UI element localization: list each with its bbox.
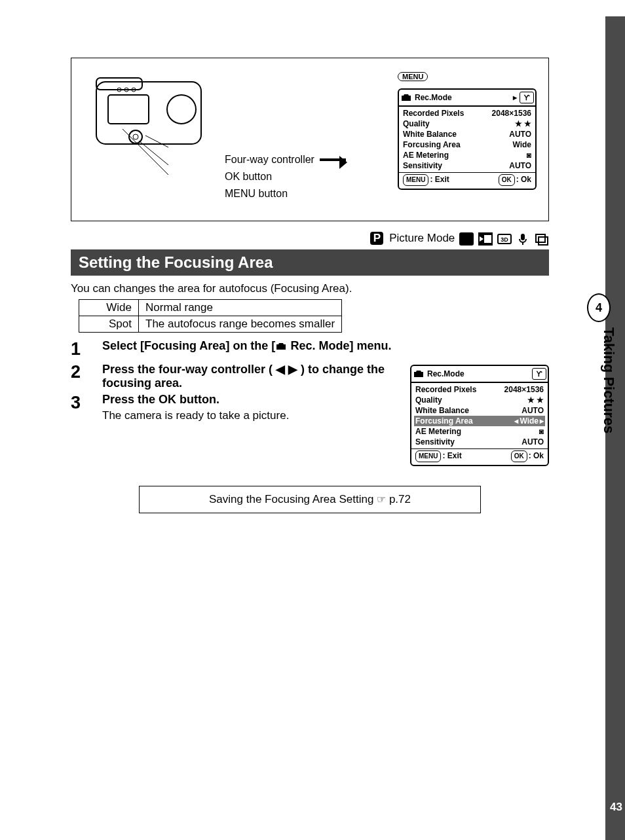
svg-rect-3 [108, 95, 149, 124]
frame-icon [535, 232, 549, 246]
lcd-row-label: AE Metering [403, 150, 449, 160]
menu-pill-icon: MENU [403, 174, 428, 186]
svg-point-8 [133, 134, 138, 139]
step-number: 3 [71, 393, 102, 413]
table-value: Normal range [139, 299, 342, 316]
lcd-row-label: Forcusing Area [415, 416, 473, 426]
lcd-foot-ok: : Ok [516, 175, 531, 184]
lcd-row-value: AUTO [521, 405, 544, 416]
lcd-row-value: Wide [512, 139, 531, 150]
camera-illustration [83, 70, 214, 175]
lcd-row-label: White Balance [415, 405, 469, 416]
lcd-row-value: AUTO [521, 437, 544, 447]
lcd-row-label: White Balance [403, 129, 457, 139]
cross-reference-box: Saving the Focusing Area Setting ☞ p.72 [139, 486, 481, 513]
ref-text: Saving the Focusing Area Setting [209, 493, 377, 505]
lcd-row-label: Quality [403, 119, 430, 129]
picture-mode-line: P Picture Mode 3D [71, 232, 549, 246]
lcd-row-value: Wide [520, 416, 539, 426]
svg-line-10 [145, 136, 168, 147]
svg-rect-14 [484, 235, 491, 243]
page-number: 43 [610, 801, 622, 814]
svg-rect-18 [521, 234, 525, 240]
step-subtext: The camera is ready to take a picture. [102, 409, 401, 422]
lcd-foot-exit: : Exit [430, 175, 449, 184]
section-heading: Setting the Focusing Area [71, 249, 549, 276]
lcd-row-value: ◙ [539, 426, 544, 437]
lcd-preview-top: Rec.Mode ▸Ƴ Recorded Pixels2048×1536 Qua… [398, 88, 537, 190]
picture-mode-label: Picture Mode [389, 232, 455, 244]
step-text: Press the OK button. [102, 393, 401, 407]
svg-rect-20 [539, 237, 548, 245]
lcd-row-label: AE Metering [415, 426, 461, 437]
ok-pill-icon: OK [511, 450, 527, 462]
svg-point-2 [167, 95, 196, 124]
lcd-row-label: Recorded Pixels [415, 384, 476, 395]
night-scene-icon [459, 232, 474, 246]
camera-icon [413, 369, 425, 378]
lcd-playtab-icon: Ƴ [532, 368, 546, 380]
lcd-row-label: Forcusing Area [403, 139, 461, 150]
menu-pill-icon: MENU [415, 450, 441, 462]
step-number: 2 [71, 362, 102, 382]
pointer-icon: ☞ [377, 493, 386, 505]
lcd-row-label: Recorded Pixels [403, 108, 464, 119]
lcd-preview-selected: Rec.Mode Ƴ Recorded Pixels2048×1536 Qual… [410, 365, 549, 466]
section-tab-label: Taking Pictures [600, 327, 617, 433]
intro-text: You can changes the area for autofocus (… [71, 282, 549, 295]
camera-icon [275, 342, 287, 351]
step-number: 1 [71, 339, 102, 359]
ok-pill-icon: OK [499, 174, 515, 186]
lcd-playtab-icon: Ƴ [520, 92, 534, 103]
definition-table: WideNormal range SpotThe autofocus range… [79, 299, 342, 333]
step-text: Rec. Mode] menu. [290, 339, 391, 352]
voice-icon [516, 232, 530, 246]
lcd-row-label: Sensitivity [403, 160, 442, 171]
lcd-row-value: AUTO [509, 160, 531, 171]
camera-diagram-box: Four-way controller OK button MENU butto… [71, 58, 549, 221]
lcd-row-value: ★ ★ [515, 119, 531, 129]
section-number-badge: 4 [587, 293, 611, 322]
lcd-row-value: ◙ [527, 150, 531, 160]
okbutton-label: OK button [225, 171, 387, 183]
fourway-label: Four-way controller [225, 154, 314, 166]
p-mode-icon: P [370, 232, 383, 245]
lcd-foot-ok: : Ok [529, 451, 544, 460]
step-text: Press the four-way controller ( ◀ ▶ ) to… [102, 363, 385, 390]
table-key: Spot [79, 316, 139, 332]
3d-icon: 3D [497, 232, 512, 246]
ref-page: p.72 [389, 493, 411, 505]
menubutton-label: MENU button [225, 188, 387, 200]
lcd-row-value: 2048×1536 [492, 108, 531, 119]
lcd-row-value: AUTO [509, 129, 531, 139]
table-value: The autofocus range becomes smaller [139, 316, 342, 332]
movie-icon [478, 232, 493, 246]
lcd-row-label: Quality [415, 395, 442, 405]
lcd-title: Rec.Mode [427, 369, 464, 379]
lcd-row-label: Sensitivity [415, 437, 455, 447]
arrow-right-icon [320, 158, 346, 161]
svg-text:3D: 3D [501, 236, 508, 243]
svg-rect-12 [459, 232, 474, 246]
lcd-row-value: ★ ★ [527, 395, 544, 405]
table-key: Wide [79, 299, 139, 316]
camera-icon [400, 93, 412, 102]
lcd-row-value: 2048×1536 [504, 384, 544, 395]
svg-rect-19 [536, 234, 545, 242]
step-text: Select [Focusing Area] on the [ [102, 339, 275, 352]
menu-badge-icon: MENU [398, 72, 428, 81]
lcd-title: Rec.Mode [415, 92, 452, 103]
lcd-foot-exit: : Exit [442, 451, 461, 460]
